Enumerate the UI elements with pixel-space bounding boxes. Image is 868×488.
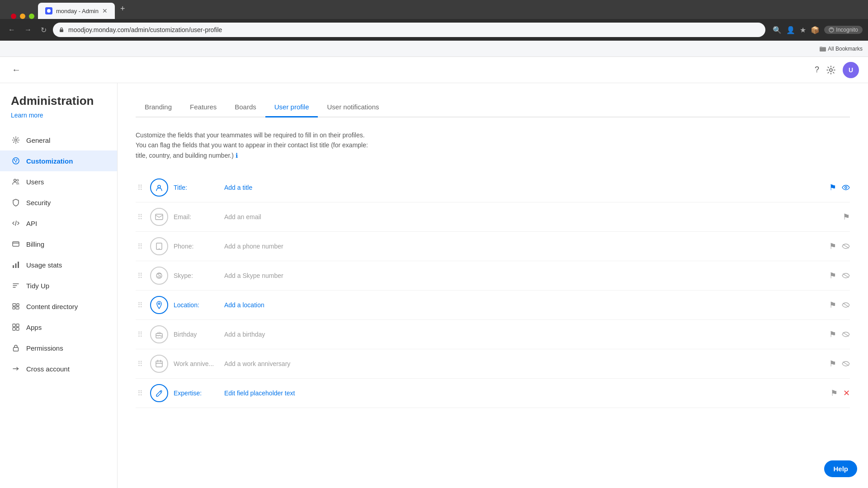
tab-boards[interactable]: Boards [226, 98, 265, 117]
avatar[interactable]: U [843, 62, 859, 78]
apps-icon [11, 322, 21, 332]
tab-branding[interactable]: Branding [136, 98, 181, 117]
api-icon [11, 218, 21, 228]
tabs: Branding Features Boards User profile Us… [136, 98, 850, 117]
field-row-phone: ⠿ Phone: Add a phone number ⚑ [136, 232, 850, 261]
birthday-flag-icon[interactable]: ⚑ [829, 329, 836, 339]
expertise-value[interactable]: Edit field placeholder text [224, 389, 825, 397]
svg-point-6 [13, 158, 19, 164]
search-icon[interactable]: 🔍 [773, 26, 782, 34]
sidebar-item-usage-stats[interactable]: Usage stats [0, 254, 117, 275]
location-eye-icon[interactable] [842, 302, 850, 308]
address-bar[interactable]: moodjoy.monday.com/admin/customization/u… [53, 23, 765, 37]
sidebar-item-billing[interactable]: Billing [0, 234, 117, 254]
skype-flag-icon[interactable]: ⚑ [829, 271, 836, 281]
phone-field-icon [150, 237, 168, 255]
bookmarks-link[interactable]: All Bookmarks [820, 46, 863, 52]
expertise-flag-icon[interactable]: ⚑ [830, 388, 838, 398]
svg-rect-13 [13, 265, 14, 268]
expertise-delete-icon[interactable]: ✕ [843, 388, 850, 398]
tab-user-notifications[interactable]: User notifications [318, 98, 388, 117]
drag-handle[interactable]: ⠿ [136, 330, 145, 339]
content-icon [11, 301, 21, 311]
drag-handle[interactable]: ⠿ [136, 213, 145, 221]
close-window-btn[interactable] [11, 14, 16, 19]
svg-point-11 [17, 179, 19, 181]
phone-flag-icon[interactable]: ⚑ [829, 241, 836, 251]
email-icon [155, 214, 163, 220]
location-icon [156, 301, 162, 309]
help-button[interactable]: Help [824, 460, 857, 477]
sidebar-item-tidy-up[interactable]: Tidy Up [0, 275, 117, 296]
sidebar-item-apps[interactable]: Apps [0, 317, 117, 338]
sidebar-item-label: Billing [26, 240, 44, 248]
new-tab-btn[interactable]: + [117, 0, 129, 17]
nav-back-btn[interactable]: ← [5, 24, 18, 36]
sidebar-item-customization[interactable]: Customization [0, 150, 117, 171]
drag-handle[interactable]: ⠿ [136, 389, 145, 398]
sidebar-item-cross-account[interactable]: Cross account [0, 358, 117, 379]
email-flag-icon[interactable]: ⚑ [843, 212, 850, 222]
sidebar-item-users[interactable]: Users [0, 171, 117, 192]
field-row-work-anniv: ⠿ Work annive... Add a work anniversary … [136, 349, 850, 379]
work-anniv-flag-icon[interactable]: ⚑ [829, 359, 836, 369]
extension-icon[interactable]: 📦 [811, 26, 820, 34]
profile-icon[interactable]: 👤 [786, 26, 795, 34]
title-value[interactable]: Add a title [224, 184, 824, 191]
learn-more-link[interactable]: Learn more [0, 112, 117, 130]
profile-fields: ⠿ Title: Add a title ⚑ ⠿ [136, 173, 850, 408]
description-help-icon[interactable]: ℹ [236, 152, 238, 159]
birthday-field-icon [150, 325, 168, 343]
drag-handle[interactable]: ⠿ [136, 360, 145, 368]
location-field-icon [150, 296, 168, 314]
phone-value: Add a phone number [224, 243, 824, 250]
tab-close-btn[interactable]: ✕ [102, 7, 108, 14]
birthday-value: Add a birthday [224, 331, 824, 338]
skype-eye-icon[interactable] [842, 272, 850, 279]
bookmark-icon[interactable]: ★ [800, 26, 806, 34]
sidebar-item-content-directory[interactable]: Content directory [0, 296, 117, 317]
phone-eye-icon[interactable] [842, 243, 850, 249]
tab-features[interactable]: Features [181, 98, 226, 117]
shield-icon [11, 197, 21, 207]
restore-window-btn[interactable] [29, 14, 34, 19]
title-field-icon [150, 178, 168, 197]
settings-icon[interactable] [826, 66, 835, 75]
work-anniv-eye-icon[interactable] [842, 361, 850, 367]
users-icon [11, 177, 21, 187]
title-flag-icon[interactable]: ⚑ [829, 183, 836, 192]
location-flag-icon[interactable]: ⚑ [829, 300, 836, 310]
sidebar-item-permissions[interactable]: Permissions [0, 338, 117, 358]
app-back-btn[interactable]: ← [9, 62, 24, 78]
sidebar-title: Administration [0, 94, 117, 112]
svg-point-7 [14, 160, 15, 161]
svg-point-4 [830, 69, 832, 71]
drag-handle[interactable]: ⠿ [136, 242, 145, 251]
drag-handle[interactable]: ⠿ [136, 183, 145, 192]
sidebar-item-general[interactable]: General [0, 130, 117, 150]
email-actions: ⚑ [843, 212, 850, 222]
incognito-icon [829, 27, 834, 33]
tab-user-profile[interactable]: User profile [265, 98, 318, 117]
minimize-window-btn[interactable] [20, 14, 25, 19]
expertise-label: Expertise: [174, 389, 219, 397]
location-value[interactable]: Add a location [224, 301, 824, 309]
drag-handle[interactable]: ⠿ [136, 272, 145, 280]
birthday-eye-icon[interactable] [842, 331, 850, 338]
tab-favicon [45, 7, 52, 14]
nav-forward-btn[interactable]: → [22, 24, 34, 36]
drag-handle[interactable]: ⠿ [136, 301, 145, 310]
title-label: Title: [174, 184, 219, 191]
help-icon[interactable]: ? [815, 65, 819, 75]
lock-icon [11, 343, 21, 353]
sidebar-item-api[interactable]: API [0, 213, 117, 234]
sidebar-item-label: API [26, 220, 37, 227]
sidebar-scroll: General Customization Users [0, 130, 117, 488]
browser-tab[interactable]: monday - Admin ✕ [38, 3, 115, 19]
nav-reload-btn[interactable]: ↻ [38, 24, 49, 36]
calendar-icon [156, 360, 163, 368]
sidebar-item-label: Permissions [26, 344, 63, 352]
sidebar-item-security[interactable]: Security [0, 192, 117, 213]
title-eye-icon[interactable] [842, 184, 850, 191]
location-label: Location: [174, 301, 219, 309]
